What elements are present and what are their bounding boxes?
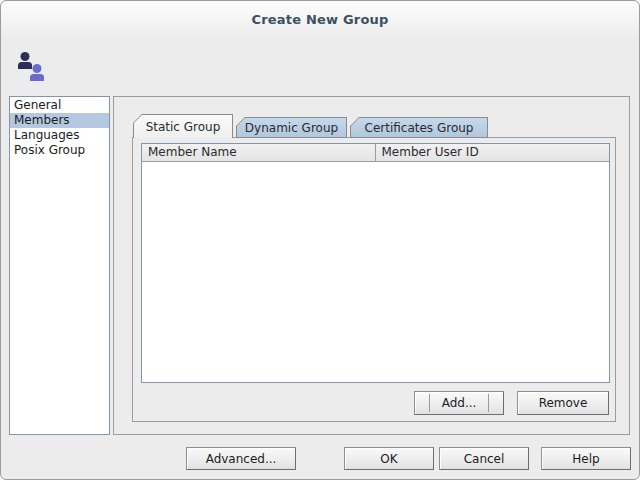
add-button[interactable]: Add... [414,391,504,415]
member-table: Member Name Member User ID [141,143,610,383]
member-actions: Add... Remove [414,391,609,415]
tab-static-group[interactable]: Static Group [133,114,233,138]
sidebar-item-members[interactable]: Members [10,113,109,128]
members-panel: Static Group Dynamic Group Certificates … [113,96,630,435]
ok-button[interactable]: OK [344,447,434,470]
tab-certificates-group[interactable]: Certificates Group [350,117,488,138]
cancel-button[interactable]: Cancel [439,447,529,470]
dialog-title: Create New Group [251,12,388,27]
sidebar-item-languages[interactable]: Languages [10,128,109,143]
member-table-body[interactable] [142,162,609,382]
tab-dynamic-group[interactable]: Dynamic Group [236,117,347,138]
column-header-member-user-id[interactable]: Member User ID [376,144,610,161]
add-button-label: Add... [429,394,490,412]
category-list: General Members Languages Posix Group [9,96,110,435]
group-people-icon [16,49,48,85]
advanced-button[interactable]: Advanced... [186,447,296,470]
static-group-tab-page: Member Name Member User ID Add... Remove [132,137,616,422]
group-type-tabs: Static Group Dynamic Group Certificates … [133,114,491,138]
remove-button[interactable]: Remove [517,391,609,415]
sidebar-item-posix-group[interactable]: Posix Group [10,143,109,158]
help-button[interactable]: Help [541,447,631,470]
create-new-group-dialog: Create New Group General Members Languag… [0,0,640,480]
sidebar-item-general[interactable]: General [10,98,109,113]
dialog-titlebar: Create New Group [1,1,639,37]
member-table-header: Member Name Member User ID [142,144,609,162]
column-header-member-name[interactable]: Member Name [142,144,376,161]
